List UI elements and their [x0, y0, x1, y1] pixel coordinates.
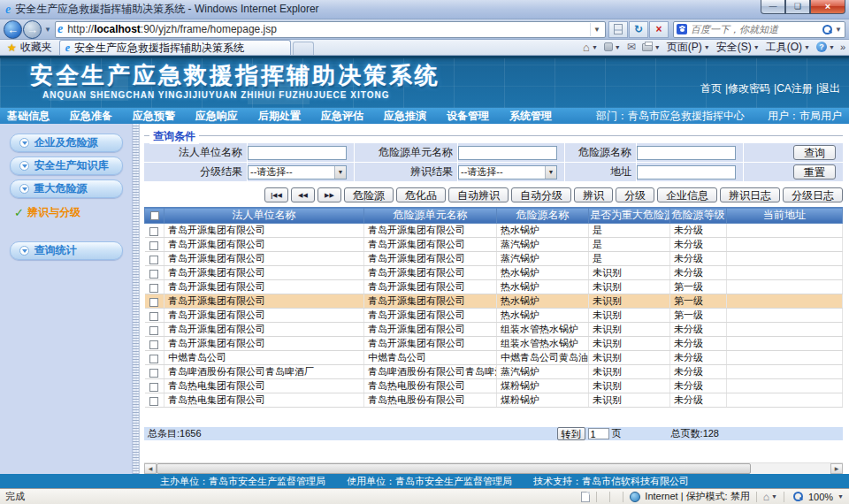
frame-splitter[interactable] — [133, 124, 140, 474]
overflow-chevron-icon[interactable]: » — [840, 42, 845, 52]
legal-name-input[interactable] — [248, 146, 347, 160]
hazard-name-input[interactable] — [637, 146, 736, 160]
pager-button[interactable]: ▶▶ — [317, 187, 341, 202]
row-checkbox[interactable] — [149, 312, 158, 321]
search-dropdown-icon[interactable]: ▼ — [835, 26, 842, 34]
column-header[interactable]: 危险源等级 — [670, 208, 727, 224]
row-checkbox[interactable] — [149, 340, 158, 349]
table-row[interactable]: 青岛开源集团有限公司 青岛开源集团有限公司 组装水管热水锅炉 未识别 未分级 — [145, 323, 843, 337]
row-checkbox[interactable] — [149, 284, 158, 293]
search-input[interactable] — [691, 24, 820, 34]
row-checkbox[interactable] — [149, 298, 158, 307]
row-checkbox[interactable] — [149, 383, 158, 392]
row-checkbox[interactable] — [149, 270, 158, 279]
unit-name-input[interactable] — [458, 146, 557, 160]
toolbar-button[interactable]: 辨识 — [574, 187, 613, 202]
grade-result-select[interactable]: --请选择--▼ — [248, 165, 347, 179]
table-row[interactable]: 青岛热电集团有限公司 青岛热电股份有限公司 煤粉锅炉 未识别 未分级 — [145, 393, 843, 408]
safety-menu[interactable]: 安全(S)▼ — [716, 40, 760, 55]
column-header[interactable]: 危险源单元名称 — [364, 208, 497, 224]
toolbar-button[interactable]: 自动分级 — [511, 187, 571, 202]
toolbar-button[interactable]: 辨识日志 — [720, 187, 780, 202]
page-number-input[interactable] — [588, 428, 609, 439]
address-dropdown-icon[interactable]: ▼ — [590, 23, 603, 36]
refresh-button[interactable]: ↻ — [629, 21, 648, 38]
pager-button[interactable]: |◀◀ — [264, 187, 288, 202]
page-menu[interactable]: 页面(P)▼ — [667, 40, 710, 55]
menu-item[interactable]: 应急准备 — [70, 109, 112, 124]
select-all-checkbox[interactable] — [150, 211, 159, 220]
goto-page-button[interactable]: 转到 — [557, 427, 585, 440]
url-text[interactable]: http://localhost:90/yjzh/frame/homepage.… — [67, 23, 590, 35]
row-checkbox[interactable] — [149, 355, 158, 363]
sidebar-group-button[interactable]: 企业及危险源 — [10, 134, 123, 152]
table-row[interactable]: 青岛开源集团有限公司 青岛开源集团有限公司 热水锅炉 未识别 第一级 — [145, 280, 843, 294]
toolbar-button[interactable]: 危险源 — [344, 187, 394, 202]
top-link[interactable]: |退出 — [816, 81, 840, 96]
table-row[interactable]: 青岛热电集团有限公司 青岛热电股份有限公司 煤粉锅炉 未识别 未分级 — [145, 379, 843, 393]
scroll-right-icon[interactable]: ▶ — [830, 463, 843, 474]
row-checkbox[interactable] — [149, 256, 158, 264]
table-row[interactable]: 青岛开源集团有限公司 青岛开源集团有限公司 热水锅炉 是 未分级 — [145, 224, 843, 238]
sidebar-item-identify-grade[interactable]: ✓ 辨识与分级 — [14, 205, 132, 220]
top-link[interactable]: |修改密码 — [725, 81, 770, 96]
toolbar-button[interactable]: 自动辨识 — [448, 187, 509, 202]
tools-menu[interactable]: 工具(O)▼ — [766, 40, 810, 55]
row-checkbox[interactable] — [149, 397, 158, 406]
history-dropdown-icon[interactable]: ▼ — [44, 26, 51, 34]
print-button[interactable]: ▼ — [642, 43, 661, 51]
table-row[interactable]: 青岛开源集团有限公司 青岛开源集团有限公司 热水锅炉 未识别 第一级 — [145, 309, 843, 323]
top-link[interactable]: 首页 — [700, 81, 722, 96]
column-header[interactable]: 是否为重大危险源 — [589, 208, 670, 224]
toolbar-button[interactable]: 危化品 — [396, 187, 446, 202]
table-row[interactable]: 青岛开源集团有限公司 青岛开源集团有限公司 热水锅炉 未识别 未分级 — [145, 266, 843, 280]
menu-item[interactable]: 应急预警 — [133, 109, 175, 124]
sidebar-group-button[interactable]: 重大危险源 — [10, 179, 123, 198]
row-checkbox[interactable] — [149, 369, 158, 378]
status-tool-icon[interactable]: ⌂ — [763, 491, 769, 503]
toolbar-button[interactable]: 分级日志 — [783, 187, 843, 202]
zoom-icon[interactable] — [793, 492, 803, 501]
menu-item[interactable]: 应急评估 — [321, 109, 363, 124]
menu-item[interactable]: 设备管理 — [447, 109, 489, 124]
menu-item[interactable]: 系统管理 — [509, 109, 552, 124]
row-checkbox[interactable] — [149, 326, 158, 335]
favorites-button[interactable]: ★ 收藏夹 — [0, 40, 59, 55]
browser-tab[interactable]: e 安全生产应急救援指挥辅助决策系统 — [59, 40, 291, 55]
table-row[interactable]: 青岛开源集团有限公司 青岛开源集团有限公司 蒸汽锅炉 是 未分级 — [145, 252, 843, 266]
maximize-button[interactable]: ❏ — [785, 0, 810, 14]
forward-button[interactable]: → — [23, 20, 42, 39]
search-box[interactable]: ▼ — [673, 21, 845, 38]
read-mail-button[interactable]: ✉ — [627, 41, 636, 53]
feeds-button[interactable]: ▼ — [604, 42, 621, 51]
table-row[interactable]: 青岛啤酒股份有限公司青岛啤酒厂 青岛啤酒股份有限公司青岛啤酒厂 蒸汽锅炉 未识别… — [145, 365, 843, 379]
row-checkbox[interactable] — [149, 227, 158, 236]
menu-item[interactable]: 基础信息 — [7, 109, 50, 124]
stop-button[interactable]: × — [649, 21, 669, 38]
column-header[interactable]: 当前地址 — [727, 208, 843, 224]
close-button[interactable]: × — [810, 0, 845, 14]
table-row[interactable]: 青岛开源集团有限公司 青岛开源集团有限公司 组装水管热水锅炉 未识别 未分级 — [145, 337, 843, 351]
menu-item[interactable]: 后期处置 — [258, 109, 301, 124]
address-bar[interactable]: e http://localhost:90/yjzh/frame/homepag… — [55, 21, 606, 38]
search-button[interactable]: 查询 — [793, 145, 836, 160]
menu-item[interactable]: 应急推演 — [384, 109, 426, 124]
table-row[interactable]: 青岛开源集团有限公司 青岛开源集团有限公司 蒸汽锅炉 是 未分级 — [145, 238, 843, 252]
reset-button[interactable]: 重置 — [793, 164, 836, 179]
pager-button[interactable]: ◀◀ — [291, 187, 315, 202]
help-menu[interactable]: ?▼ — [816, 42, 835, 52]
column-header[interactable]: 法人单位名称 — [164, 208, 364, 224]
row-checkbox[interactable] — [149, 241, 158, 250]
search-icon[interactable] — [822, 25, 832, 34]
sidebar-group-query-stats[interactable]: 查询统计 — [10, 241, 123, 260]
table-row[interactable]: 中燃青岛公司 中燃青岛公司 中燃青岛公司黄岛油库锅炉 未识别 未分级 — [145, 351, 843, 365]
zoom-dropdown-icon[interactable]: ▼ — [838, 493, 844, 500]
horizontal-scrollbar[interactable]: ◀ ▶ — [144, 462, 843, 474]
table-row[interactable]: 青岛开源集团有限公司 青岛开源集团有限公司 热水锅炉 未识别 第一级 — [145, 294, 843, 309]
minimize-button[interactable]: — — [761, 0, 785, 14]
column-header[interactable]: 危险源名称 — [497, 208, 589, 224]
scroll-left-icon[interactable]: ◀ — [144, 463, 157, 474]
back-button[interactable]: ← — [4, 20, 22, 39]
menu-item[interactable]: 应急响应 — [195, 109, 238, 124]
top-link[interactable]: |CA注册 — [774, 81, 813, 96]
